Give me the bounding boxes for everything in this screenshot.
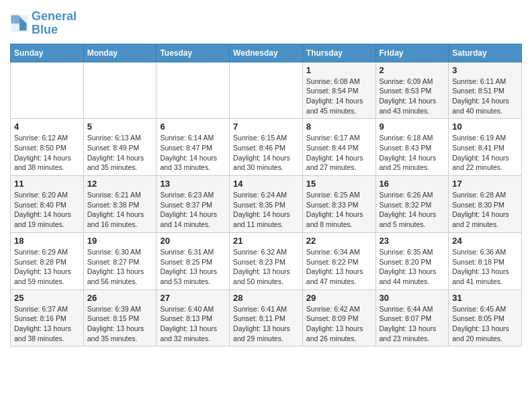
- day-number: 1: [306, 65, 372, 75]
- calendar-cell: 9Sunrise: 6:18 AM Sunset: 8:43 PM Daylig…: [375, 119, 449, 176]
- day-number: 14: [233, 179, 299, 189]
- day-info: Sunrise: 6:14 AM Sunset: 8:47 PM Dayligh…: [160, 133, 226, 173]
- day-number: 5: [87, 122, 153, 132]
- day-info: Sunrise: 6:19 AM Sunset: 8:41 PM Dayligh…: [452, 133, 518, 173]
- calendar-cell: 6Sunrise: 6:14 AM Sunset: 8:47 PM Daylig…: [157, 119, 230, 176]
- day-number: 27: [160, 293, 226, 303]
- calendar-cell: [230, 62, 303, 119]
- weekday-header: Thursday: [302, 44, 375, 62]
- day-number: 22: [306, 236, 372, 246]
- calendar-cell: 11Sunrise: 6:20 AM Sunset: 8:40 PM Dayli…: [11, 176, 84, 233]
- calendar-cell: [157, 62, 230, 119]
- day-info: Sunrise: 6:17 AM Sunset: 8:44 PM Dayligh…: [306, 133, 372, 173]
- day-number: 25: [14, 293, 80, 303]
- day-info: Sunrise: 6:32 AM Sunset: 8:23 PM Dayligh…: [233, 247, 299, 287]
- calendar-cell: [11, 62, 84, 119]
- calendar-cell: 29Sunrise: 6:42 AM Sunset: 8:09 PM Dayli…: [302, 289, 375, 347]
- calendar-cell: 4Sunrise: 6:12 AM Sunset: 8:50 PM Daylig…: [11, 119, 84, 176]
- calendar-cell: 31Sunrise: 6:45 AM Sunset: 8:05 PM Dayli…: [449, 289, 522, 347]
- day-number: 9: [380, 122, 445, 132]
- day-info: Sunrise: 6:28 AM Sunset: 8:30 PM Dayligh…: [452, 190, 518, 230]
- day-info: Sunrise: 6:34 AM Sunset: 8:22 PM Dayligh…: [306, 247, 372, 287]
- day-number: 6: [160, 122, 226, 132]
- calendar-cell: 3Sunrise: 6:11 AM Sunset: 8:51 PM Daylig…: [449, 62, 522, 119]
- day-info: Sunrise: 6:09 AM Sunset: 8:53 PM Dayligh…: [380, 77, 445, 116]
- day-number: 21: [233, 236, 299, 246]
- logo-text: General Blue: [32, 10, 77, 37]
- logo-icon: [10, 14, 29, 33]
- calendar-cell: 23Sunrise: 6:35 AM Sunset: 8:20 PM Dayli…: [375, 232, 449, 289]
- calendar-cell: 26Sunrise: 6:39 AM Sunset: 8:15 PM Dayli…: [83, 289, 157, 347]
- calendar-cell: 13Sunrise: 6:23 AM Sunset: 8:37 PM Dayli…: [157, 176, 230, 233]
- day-number: 12: [87, 179, 153, 189]
- calendar-week-row: 11Sunrise: 6:20 AM Sunset: 8:40 PM Dayli…: [11, 176, 522, 233]
- day-info: Sunrise: 6:44 AM Sunset: 8:07 PM Dayligh…: [380, 304, 445, 344]
- day-info: Sunrise: 6:11 AM Sunset: 8:51 PM Dayligh…: [452, 77, 518, 116]
- day-info: Sunrise: 6:21 AM Sunset: 8:38 PM Dayligh…: [87, 190, 153, 230]
- calendar-week-row: 18Sunrise: 6:29 AM Sunset: 8:28 PM Dayli…: [11, 232, 522, 289]
- day-info: Sunrise: 6:26 AM Sunset: 8:32 PM Dayligh…: [380, 190, 445, 230]
- weekday-header: Saturday: [449, 44, 522, 62]
- day-number: 10: [452, 122, 518, 132]
- day-info: Sunrise: 6:08 AM Sunset: 8:54 PM Dayligh…: [306, 77, 372, 116]
- logo: General Blue: [10, 10, 77, 37]
- day-number: 7: [233, 122, 299, 132]
- calendar-cell: 15Sunrise: 6:25 AM Sunset: 8:33 PM Dayli…: [302, 176, 375, 233]
- day-number: 2: [380, 65, 445, 75]
- weekday-header: Wednesday: [230, 44, 303, 62]
- calendar-cell: 27Sunrise: 6:40 AM Sunset: 8:13 PM Dayli…: [157, 289, 230, 347]
- day-number: 23: [380, 236, 445, 246]
- svg-marker-2: [19, 24, 27, 31]
- calendar-cell: 1Sunrise: 6:08 AM Sunset: 8:54 PM Daylig…: [302, 62, 375, 119]
- calendar-cell: 2Sunrise: 6:09 AM Sunset: 8:53 PM Daylig…: [375, 62, 449, 119]
- weekday-header: Sunday: [11, 44, 84, 62]
- day-info: Sunrise: 6:30 AM Sunset: 8:27 PM Dayligh…: [87, 247, 153, 287]
- calendar-cell: 12Sunrise: 6:21 AM Sunset: 8:38 PM Dayli…: [83, 176, 157, 233]
- page-header: General Blue: [10, 10, 522, 37]
- day-number: 26: [87, 293, 153, 303]
- day-number: 16: [380, 179, 445, 189]
- day-number: 28: [233, 293, 299, 303]
- calendar-cell: 14Sunrise: 6:24 AM Sunset: 8:35 PM Dayli…: [230, 176, 303, 233]
- day-number: 29: [306, 293, 372, 303]
- calendar-cell: [83, 62, 157, 119]
- day-info: Sunrise: 6:35 AM Sunset: 8:20 PM Dayligh…: [380, 247, 445, 287]
- calendar-cell: 21Sunrise: 6:32 AM Sunset: 8:23 PM Dayli…: [230, 232, 303, 289]
- calendar-cell: 19Sunrise: 6:30 AM Sunset: 8:27 PM Dayli…: [83, 232, 157, 289]
- day-number: 31: [452, 293, 518, 303]
- day-info: Sunrise: 6:29 AM Sunset: 8:28 PM Dayligh…: [14, 247, 80, 287]
- calendar-week-row: 1Sunrise: 6:08 AM Sunset: 8:54 PM Daylig…: [11, 62, 522, 119]
- calendar-cell: 28Sunrise: 6:41 AM Sunset: 8:11 PM Dayli…: [230, 289, 303, 347]
- day-number: 20: [160, 236, 226, 246]
- day-info: Sunrise: 6:25 AM Sunset: 8:33 PM Dayligh…: [306, 190, 372, 230]
- day-info: Sunrise: 6:41 AM Sunset: 8:11 PM Dayligh…: [233, 304, 299, 344]
- day-info: Sunrise: 6:42 AM Sunset: 8:09 PM Dayligh…: [306, 304, 372, 344]
- calendar-cell: 22Sunrise: 6:34 AM Sunset: 8:22 PM Dayli…: [302, 232, 375, 289]
- weekday-header-row: SundayMondayTuesdayWednesdayThursdayFrid…: [11, 44, 522, 62]
- day-number: 17: [452, 179, 518, 189]
- day-info: Sunrise: 6:24 AM Sunset: 8:35 PM Dayligh…: [233, 190, 299, 230]
- calendar-cell: 10Sunrise: 6:19 AM Sunset: 8:41 PM Dayli…: [449, 119, 522, 176]
- weekday-header: Tuesday: [157, 44, 230, 62]
- calendar-cell: 16Sunrise: 6:26 AM Sunset: 8:32 PM Dayli…: [375, 176, 449, 233]
- day-number: 30: [380, 293, 445, 303]
- weekday-header: Monday: [83, 44, 157, 62]
- day-number: 8: [306, 122, 372, 132]
- day-number: 19: [87, 236, 153, 246]
- svg-rect-3: [11, 15, 19, 24]
- day-number: 18: [14, 236, 80, 246]
- day-info: Sunrise: 6:18 AM Sunset: 8:43 PM Dayligh…: [380, 133, 445, 173]
- day-number: 24: [452, 236, 518, 246]
- day-number: 13: [160, 179, 226, 189]
- calendar-cell: 24Sunrise: 6:36 AM Sunset: 8:18 PM Dayli…: [449, 232, 522, 289]
- day-info: Sunrise: 6:39 AM Sunset: 8:15 PM Dayligh…: [87, 304, 153, 344]
- day-info: Sunrise: 6:20 AM Sunset: 8:40 PM Dayligh…: [14, 190, 80, 230]
- calendar-cell: 8Sunrise: 6:17 AM Sunset: 8:44 PM Daylig…: [302, 119, 375, 176]
- calendar-cell: 17Sunrise: 6:28 AM Sunset: 8:30 PM Dayli…: [449, 176, 522, 233]
- day-info: Sunrise: 6:45 AM Sunset: 8:05 PM Dayligh…: [452, 304, 518, 344]
- day-number: 4: [14, 122, 80, 132]
- weekday-header: Friday: [375, 44, 449, 62]
- day-info: Sunrise: 6:31 AM Sunset: 8:25 PM Dayligh…: [160, 247, 226, 287]
- calendar-week-row: 4Sunrise: 6:12 AM Sunset: 8:50 PM Daylig…: [11, 119, 522, 176]
- day-info: Sunrise: 6:15 AM Sunset: 8:46 PM Dayligh…: [233, 133, 299, 173]
